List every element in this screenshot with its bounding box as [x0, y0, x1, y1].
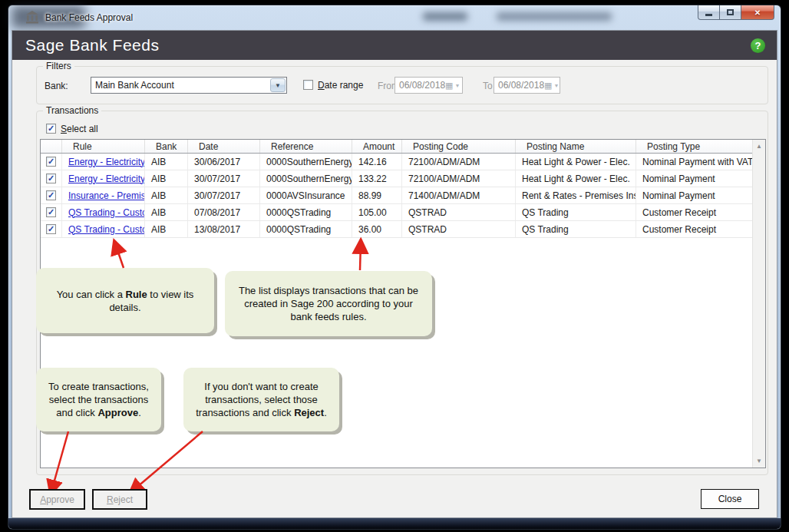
from-date-value: 06/08/2018	[395, 80, 445, 91]
column-header[interactable]: Rule	[62, 140, 145, 153]
column-header[interactable]: Amount	[352, 140, 402, 153]
table-row[interactable]: ✓ QS Trading - Custo... AIB 07/08/2017 0…	[41, 204, 765, 221]
posting-code-cell: 72100/ADM/ADM	[402, 154, 516, 170]
chevron-down-icon[interactable]: ▼	[454, 83, 460, 88]
amount-cell: 88.99	[352, 187, 402, 203]
desktop-background: Bank Feeds Approval ✕ Sage Bank Feeds ? …	[0, 0, 789, 532]
column-header[interactable]: Posting Name	[516, 140, 636, 153]
row-checkbox[interactable]: ✓	[46, 157, 56, 167]
posting-name-cell: Rent & Rates - Premises Ins...	[516, 187, 636, 203]
bank-cell: AIB	[145, 154, 188, 170]
posting-type-cell: Customer Receipt	[636, 204, 765, 220]
background-window-blur	[497, 12, 612, 21]
column-header[interactable]: Date	[188, 140, 260, 153]
column-header[interactable]: Reference	[260, 140, 352, 153]
row-checkbox[interactable]: ✓	[46, 207, 56, 217]
scroll-down-icon[interactable]: ▼	[753, 454, 765, 468]
column-header[interactable]: Posting Type	[636, 140, 765, 153]
window-frame-bottom	[8, 518, 781, 529]
column-header[interactable]: Bank	[145, 140, 188, 153]
reference-cell: 0000QSTrading	[260, 221, 352, 237]
amount-cell: 133.22	[352, 170, 402, 187]
table-row[interactable]: ✓ Energy - Electricity AIB 30/07/2017 00…	[41, 170, 765, 187]
date-cell: 30/07/2017	[188, 187, 260, 203]
titlebar[interactable]: Bank Feeds Approval ✕	[8, 5, 781, 30]
maximize-button[interactable]	[720, 5, 741, 20]
calendar-icon: ▦	[544, 81, 552, 91]
row-checkbox[interactable]: ✓	[46, 224, 56, 234]
posting-type-cell: Customer Receipt	[636, 221, 765, 237]
posting-code-cell: QSTRAD	[402, 221, 516, 237]
to-label: To	[483, 81, 493, 91]
close-button[interactable]: Close	[701, 489, 759, 509]
reference-cell: 0000SouthernEnergy	[260, 154, 352, 170]
bank-select[interactable]: Main Bank Account ▼	[91, 77, 287, 94]
help-icon[interactable]: ?	[751, 38, 765, 53]
rule-link[interactable]: Energy - Electricity	[68, 173, 145, 184]
posting-code-cell: QSTRAD	[402, 204, 516, 220]
amount-cell: 105.00	[352, 204, 402, 220]
chevron-down-icon[interactable]: ▼	[553, 83, 559, 88]
posting-name-cell: QS Trading	[516, 221, 636, 237]
scroll-up-icon[interactable]: ▲	[753, 140, 765, 153]
reference-cell: 0000SouthernEnergy	[260, 170, 352, 187]
posting-name-cell: Heat Light & Power - Elec.	[516, 154, 636, 170]
amount-cell: 142.16	[352, 154, 402, 170]
row-checkbox[interactable]: ✓	[46, 190, 56, 200]
filters-legend: Filters	[43, 61, 74, 71]
reject-button[interactable]: Reject	[92, 489, 147, 510]
date-cell: 13/08/2017	[188, 221, 260, 237]
callout-list: The list displays transactions that can …	[225, 271, 432, 336]
date-cell: 30/07/2017	[188, 170, 260, 187]
to-date-field[interactable]: 06/08/2018 ▦ ▼	[494, 77, 560, 94]
posting-code-cell: 72100/ADM/ADM	[402, 170, 516, 187]
from-date-field[interactable]: 06/08/2018 ▦ ▼	[394, 77, 463, 94]
minimize-button[interactable]	[698, 5, 720, 20]
to-date-value: 06/08/2018	[494, 80, 544, 91]
page-title: Sage Bank Feeds	[25, 36, 159, 55]
table-row[interactable]: ✓ QS Trading - Custo... AIB 13/08/2017 0…	[41, 221, 765, 238]
date-cell: 30/06/2017	[188, 154, 260, 170]
posting-name-cell: QS Trading	[516, 204, 636, 220]
calendar-icon: ▦	[445, 81, 453, 91]
rule-link[interactable]: Insurance - Premises	[68, 190, 145, 201]
posting-name-cell: Heat Light & Power - Elec.	[516, 170, 636, 187]
chevron-down-icon[interactable]: ▼	[270, 78, 286, 92]
bank-cell: AIB	[145, 170, 188, 187]
column-header[interactable]	[41, 140, 62, 153]
vertical-scrollbar[interactable]: ▲ ▼	[752, 140, 765, 468]
posting-code-cell: 71400/ADM/ADM	[402, 187, 516, 203]
table-header-row: RuleBankDateReferenceAmountPosting CodeP…	[41, 140, 765, 154]
select-all-checkbox[interactable]: ✓	[46, 124, 56, 134]
bank-cell: AIB	[145, 204, 188, 220]
posting-type-cell: Nominal Payment	[636, 170, 765, 187]
callout-reject: If you don't want to create transactions…	[183, 368, 339, 431]
filters-group: Filters Bank: Main Bank Account ▼ ✓ Date…	[36, 66, 768, 104]
bank-cell: AIB	[145, 221, 188, 237]
amount-cell: 36.00	[352, 221, 402, 237]
reference-cell: 0000QSTrading	[260, 204, 352, 220]
callout-rule: You can click a Rule to view its details…	[36, 268, 214, 333]
column-header[interactable]: Posting Code	[402, 140, 516, 153]
date-range-checkbox[interactable]: ✓	[303, 80, 313, 90]
date-range-label: Date range	[318, 80, 363, 91]
row-checkbox[interactable]: ✓	[46, 173, 56, 183]
dialog-surface: Sage Bank Feeds ? Filters Bank: Main Ban…	[12, 30, 777, 518]
bank-cell: AIB	[145, 187, 188, 203]
table-row[interactable]: ✓ Insurance - Premises AIB 30/07/2017 00…	[41, 187, 765, 204]
posting-type-cell: Nominal Payment with VAT	[636, 154, 765, 170]
app-window: Bank Feeds Approval ✕ Sage Bank Feeds ? …	[8, 5, 781, 530]
background-window-blur	[423, 12, 467, 21]
table-row[interactable]: ✓ Energy - Electricity AIB 30/06/2017 00…	[41, 154, 765, 170]
rule-link[interactable]: QS Trading - Custo...	[68, 207, 145, 218]
window-title: Bank Feeds Approval	[45, 12, 133, 23]
rule-link[interactable]: QS Trading - Custo...	[68, 224, 145, 235]
callout-approve: To create transactions, select the trans…	[36, 368, 161, 431]
rule-link[interactable]: Energy - Electricity	[68, 157, 145, 167]
sage-header-band: Sage Bank Feeds ?	[12, 31, 777, 60]
close-window-button[interactable]: ✕	[741, 5, 774, 20]
bank-select-value: Main Bank Account	[91, 80, 270, 91]
bank-label: Bank:	[45, 81, 68, 91]
select-all-label: Select all	[61, 124, 98, 134]
approve-button[interactable]: Approve	[29, 489, 85, 510]
